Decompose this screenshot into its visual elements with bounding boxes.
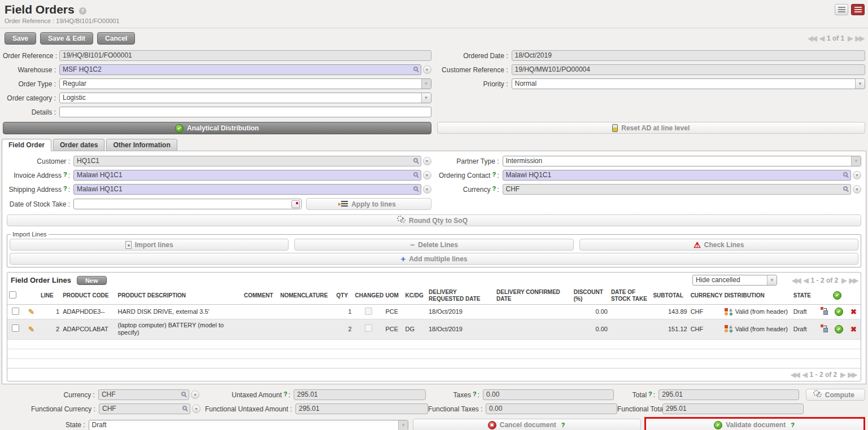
tab-order-dates[interactable]: Order dates <box>53 139 104 151</box>
col-product-code[interactable]: PRODUCT CODE <box>61 288 116 305</box>
tab-field-order[interactable]: Field Order <box>2 139 51 151</box>
col-nomenclature[interactable]: NOMENCLATURE <box>278 288 334 305</box>
delete-line-icon[interactable]: ✖ <box>850 308 857 316</box>
select-all-checkbox[interactable] <box>9 291 16 299</box>
reset-ad-button[interactable]: Reset AD at line level <box>437 122 866 134</box>
search-icon[interactable] <box>843 172 848 177</box>
prev-page-icon[interactable]: ◀ <box>802 371 806 379</box>
button-help-icon[interactable]: ? <box>561 422 565 428</box>
field-help-icon[interactable]: ? <box>492 185 496 192</box>
currency-dropdown-icon[interactable]: ▼ <box>853 185 861 194</box>
next-page-icon[interactable]: ▶ <box>840 371 844 379</box>
field-help-icon[interactable]: ? <box>492 171 496 178</box>
col-discount[interactable]: DISCOUNT (%) <box>572 288 609 305</box>
summary-currency-field[interactable]: CHF <box>98 389 189 400</box>
import-lines-button[interactable]: Import lines <box>10 239 289 251</box>
summary-currency-dropdown-icon[interactable]: ▼ <box>191 390 199 399</box>
last-page-icon[interactable]: ▶▶ <box>849 277 857 284</box>
col-subtotal[interactable]: SUBTOTAL <box>651 288 688 305</box>
round-qty-button[interactable]: Round Qty to SoQ <box>7 214 861 226</box>
last-page-icon[interactable]: ▶▶ <box>848 371 856 379</box>
prev-page-icon[interactable]: ◀ <box>803 277 807 284</box>
field-help-icon[interactable]: ? <box>63 171 67 178</box>
col-distribution[interactable]: DISTRIBUTION <box>723 288 792 305</box>
warehouse-field[interactable]: MSF HQ1C2 <box>59 64 421 75</box>
chevron-down-icon[interactable]: ▼ <box>421 93 431 103</box>
add-multiple-lines-button[interactable]: + Add multiple lines <box>10 253 858 265</box>
col-line[interactable]: LINE <box>39 288 61 305</box>
cancelled-filter-select[interactable]: Hide cancelled▼ <box>692 275 777 286</box>
invoice-address-field[interactable]: Malawi HQ1C1 <box>73 170 421 181</box>
chevron-down-icon[interactable]: ▼ <box>855 79 865 89</box>
cancel-document-button[interactable]: ✖ Cancel document ? <box>413 419 641 430</box>
field-help-icon[interactable]: ? <box>63 185 67 192</box>
delete-lines-button[interactable]: − Delete Lines <box>294 239 573 251</box>
search-icon[interactable] <box>413 172 418 177</box>
distribution-icon[interactable] <box>725 308 733 316</box>
validate-line-icon[interactable]: ✔ <box>835 308 843 316</box>
shipping-address-dropdown-icon[interactable]: ▼ <box>423 185 431 194</box>
page-help-icon[interactable]: ? <box>79 7 86 15</box>
distribution-icon[interactable] <box>725 325 733 333</box>
col-changed[interactable]: CHANGED <box>354 288 384 305</box>
save-edit-button[interactable]: Save & Edit <box>40 32 93 45</box>
invoice-address-dropdown-icon[interactable]: ▼ <box>423 171 431 179</box>
functional-currency-dropdown-icon[interactable]: ▼ <box>192 405 200 413</box>
new-line-button[interactable]: New <box>77 276 107 285</box>
split-line-icon[interactable] <box>821 324 828 332</box>
col-delivery-confirmed[interactable]: DELIVERY CONFIRMED DATE <box>495 288 572 305</box>
customer-dropdown-icon[interactable]: ▼ <box>423 157 431 165</box>
list-view-icon[interactable] <box>835 4 848 15</box>
ordering-contact-field[interactable]: Malawi HQ1C1 <box>503 170 852 181</box>
search-icon[interactable] <box>843 186 848 191</box>
col-currency[interactable]: CURRENCY <box>689 288 723 305</box>
currency-field[interactable]: CHF <box>503 184 852 195</box>
priority-select[interactable]: Normal▼ <box>512 78 866 89</box>
tab-other-information[interactable]: Other Information <box>106 139 177 151</box>
col-comment[interactable]: COMMENT <box>242 288 278 305</box>
row-checkbox[interactable] <box>12 324 19 332</box>
calendar-icon[interactable] <box>291 200 300 208</box>
prev-record-icon[interactable]: ◀ <box>819 34 823 42</box>
button-help-icon[interactable]: ? <box>791 422 795 428</box>
col-delivery-requested[interactable]: DELIVERY REQUESTED DATE <box>427 288 495 305</box>
shipping-address-field[interactable]: Malawi HQ1C1 <box>73 184 421 195</box>
field-help-icon[interactable]: ? <box>473 390 477 397</box>
chevron-down-icon[interactable]: ▼ <box>767 275 777 285</box>
first-page-icon[interactable]: ◀◀ <box>791 371 799 379</box>
order-category-select[interactable]: Logistic▼ <box>59 93 431 103</box>
cancel-button[interactable]: Cancel <box>97 32 135 45</box>
first-page-icon[interactable]: ◀◀ <box>792 277 800 284</box>
apply-to-lines-button[interactable]: Apply to lines <box>306 198 431 210</box>
col-state[interactable]: STATE <box>792 288 818 305</box>
validate-document-button[interactable]: ✔ Validate document ? <box>646 419 863 430</box>
delete-line-icon[interactable]: ✖ <box>850 325 857 334</box>
field-help-icon[interactable]: ? <box>648 390 652 397</box>
compute-button[interactable]: Compute <box>806 389 865 401</box>
col-qty[interactable]: QTY <box>335 288 354 305</box>
field-help-icon[interactable]: ? <box>283 390 287 397</box>
split-line-icon[interactable] <box>821 307 828 315</box>
next-record-icon[interactable]: ▶ <box>848 34 852 42</box>
col-date-stock-take[interactable]: DATE OF STOCK TAKE <box>609 288 652 305</box>
edit-pencil-icon[interactable]: ✎ <box>28 308 34 316</box>
row-checkbox[interactable] <box>12 308 19 315</box>
check-lines-button[interactable]: ⚠ Check Lines <box>579 239 858 251</box>
warehouse-dropdown-icon[interactable]: ▼ <box>423 65 431 74</box>
validate-line-icon[interactable]: ✔ <box>835 325 843 334</box>
details-input[interactable] <box>59 107 431 117</box>
functional-currency-field[interactable]: CHF <box>99 403 190 414</box>
ordering-contact-dropdown-icon[interactable]: ▼ <box>853 171 861 179</box>
last-record-icon[interactable]: ▶▶ <box>856 34 863 42</box>
search-icon[interactable] <box>181 392 186 396</box>
next-page-icon[interactable]: ▶ <box>841 277 845 284</box>
form-view-icon[interactable] <box>851 4 865 15</box>
first-record-icon[interactable]: ◀◀ <box>808 34 815 42</box>
col-uom[interactable]: UOM <box>383 288 403 305</box>
search-icon[interactable] <box>413 186 418 191</box>
search-icon[interactable] <box>413 67 418 71</box>
analytical-distribution-button[interactable]: ✔ Analytical Distribution <box>3 122 431 134</box>
customer-field[interactable]: HQ1C1 <box>73 156 421 166</box>
col-product-description[interactable]: PRODUCT DESCRIPTION <box>116 288 242 305</box>
edit-pencil-icon[interactable]: ✎ <box>28 325 34 334</box>
